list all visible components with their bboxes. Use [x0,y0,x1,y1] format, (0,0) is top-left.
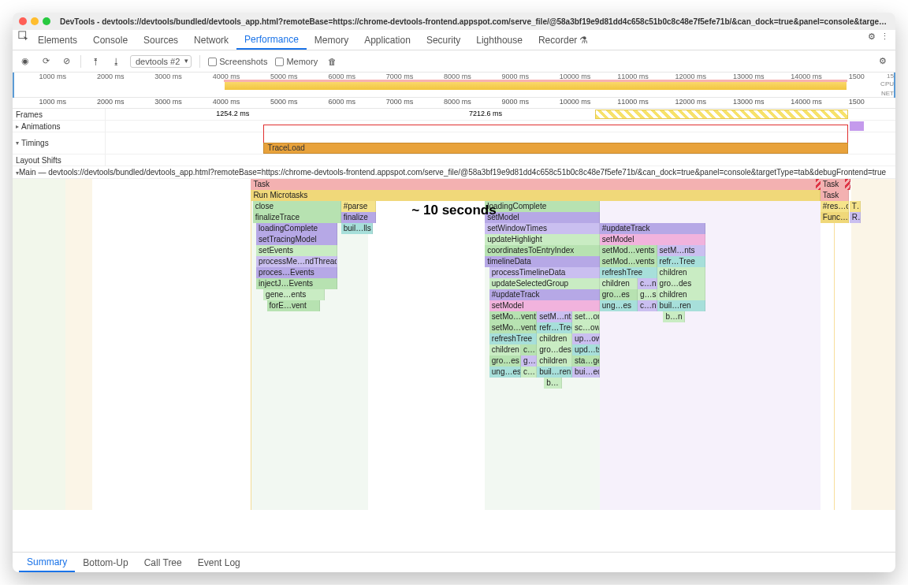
flask-icon: ⚗ [579,35,588,46]
annotation-text: ~ 10 seconds [411,203,496,218]
minimize-window-icon[interactable] [31,17,39,25]
track-layout-shifts: Layout Shifts [13,154,895,166]
memory-checkbox[interactable]: Memory [275,57,318,66]
frame-time-2: 7212.6 ms [469,110,502,117]
ruler-tick: 4000 ms [213,98,240,106]
ruler-tick: 5000 ms [270,98,298,106]
reload-record-icon[interactable]: ⟳ [39,55,52,68]
tab-recorder[interactable]: Recorder ⚗ [530,30,596,50]
timing-traceload[interactable]: TraceLoad [263,143,848,154]
ruler-tick: 10000 ms [560,98,591,106]
window-title: DevTools - devtools://devtools/bundled/d… [60,17,889,26]
profile-select[interactable]: devtools #2 [130,55,192,68]
ruler-tick: 3000 ms [154,98,182,106]
tab-elements[interactable]: Elements [30,30,85,50]
window-titlebar: DevTools - devtools://devtools/bundled/d… [13,13,895,30]
inspect-icon[interactable] [17,30,30,43]
ruler-tick: 2000 ms [97,98,125,106]
close-window-icon[interactable] [19,17,27,25]
ruler-tick: 14000 ms [791,98,822,106]
tab-security[interactable]: Security [419,30,468,50]
record-icon[interactable]: ◉ [19,55,32,68]
tab-sources[interactable]: Sources [136,30,186,50]
timeline-overview[interactable]: 1000 ms2000 ms3000 ms4000 ms5000 ms6000 … [13,73,895,98]
ruler-tick: 8000 ms [444,98,471,106]
ruler-tick: 1500 [849,98,865,106]
collapse-icon[interactable]: ▾ [16,140,19,147]
clear-icon[interactable]: ⊘ [60,55,73,68]
tab-lighthouse[interactable]: Lighthouse [468,30,530,50]
ruler-tick: 6000 ms [328,98,355,106]
ruler-tick: 12000 ms [675,98,707,106]
download-icon[interactable]: ⭳ [110,55,122,68]
upload-icon[interactable]: ⭱ [89,55,102,68]
btab-call-tree[interactable]: Call Tree [136,553,190,572]
track-timings: ▾Timings TraceLoad [13,132,895,154]
more-icon[interactable]: ⋮ [878,30,891,43]
btab-summary[interactable]: Summary [19,553,75,572]
btab-bottom-up[interactable]: Bottom-Up [75,553,136,572]
frame-time-1: 1254.2 ms [216,110,249,117]
btab-event-log[interactable]: Event Log [190,553,248,572]
tab-memory[interactable]: Memory [307,30,356,50]
tab-performance[interactable]: Performance [236,30,307,50]
animation-entry[interactable] [850,121,864,131]
timeline-tracks: ~ 10 seconds Frames 1254.2 ms 7212.6 ms … [13,109,895,510]
timeline-ruler[interactable]: 1000 ms2000 ms3000 ms4000 ms5000 ms6000 … [13,98,895,109]
ruler-tick: 13000 ms [733,98,765,106]
flame-microtasks[interactable]: Run Microtasks [251,190,820,201]
tab-console[interactable]: Console [85,30,136,50]
expand-icon[interactable]: ▸ [16,123,19,130]
tab-application[interactable]: Application [356,30,419,50]
flame-task[interactable]: Task [251,179,820,190]
flame-chart[interactable]: Task Run Microtasks close #parse finaliz… [13,179,895,510]
ruler-tick: 11000 ms [617,98,649,106]
overview-selection-handles[interactable] [13,73,895,98]
panel-settings-gear-icon[interactable]: ⚙ [876,55,889,68]
perf-toolbar: ◉ ⟳ ⊘ ⭱ ⭳ devtools #2 Screenshots Memory… [13,50,895,73]
ruler-tick: 9000 ms [501,98,529,106]
trash-icon[interactable]: 🗑 [326,55,338,68]
devtools-tab-strip: Elements Console Sources Network Perform… [13,30,895,50]
ruler-tick: 1000 ms [39,98,67,106]
details-tab-strip: Summary Bottom-Up Call Tree Event Log [13,552,895,572]
ruler-tick: 7000 ms [386,98,414,106]
main-thread-header[interactable]: ▾Main — devtools://devtools/bundled/devt… [13,166,895,179]
settings-gear-icon[interactable]: ⚙ [865,30,878,43]
zoom-window-icon[interactable] [43,17,50,25]
dropped-frames [595,110,848,119]
screenshots-checkbox[interactable]: Screenshots [208,57,267,66]
tab-network[interactable]: Network [186,30,236,50]
track-frames: Frames 1254.2 ms 7212.6 ms [13,109,895,121]
